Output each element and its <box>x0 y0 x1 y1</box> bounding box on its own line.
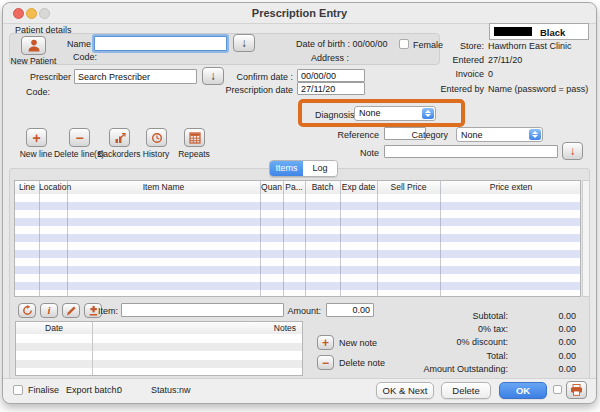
invoice-label: Invoice <box>383 70 484 79</box>
subtotal-value: 0.00 <box>508 311 576 321</box>
address-label: Address : <box>311 54 349 63</box>
patient-person-icon <box>27 39 41 52</box>
edit-pencil-icon <box>66 305 77 316</box>
discount-value: 0.00 <box>508 337 576 347</box>
store-value: Hawthorn East Clinic <box>488 42 572 51</box>
info-button[interactable]: i <box>40 303 58 318</box>
delete-lines-button[interactable]: − <box>69 128 90 147</box>
info-icon: i <box>47 305 50 316</box>
items-table-scrollbar[interactable] <box>582 180 590 297</box>
table-row[interactable] <box>15 234 580 242</box>
dropdown-stepper-icon <box>422 108 434 119</box>
tab-items[interactable]: Items <box>270 161 303 176</box>
edit-button[interactable] <box>62 303 80 318</box>
new-patient-button[interactable] <box>21 36 46 55</box>
note-input[interactable] <box>384 145 558 158</box>
total-row: Total: 0.00 <box>303 349 576 362</box>
amount-outstanding-row: Amount Outstanding: 0.00 <box>303 363 576 376</box>
minus-icon: − <box>75 131 83 145</box>
col-header-price-exten[interactable]: Price exten <box>440 183 581 192</box>
column-divider <box>440 181 441 296</box>
totals-block: Subtotal: 0.00 0% tax: 0.00 0% discount:… <box>303 309 576 376</box>
item-input[interactable] <box>121 303 284 317</box>
repeats-label: Repeats <box>162 150 226 159</box>
entered-by-label: Entered by <box>383 85 484 94</box>
table-row[interactable] <box>15 226 580 234</box>
confirm-date-input[interactable] <box>297 69 365 82</box>
backorders-button[interactable] <box>109 128 130 147</box>
colour-name: Black <box>540 27 565 38</box>
table-row[interactable] <box>15 202 580 210</box>
table-row[interactable] <box>15 218 580 226</box>
total-label: Total: <box>303 351 508 361</box>
col-header-quan[interactable]: Quan <box>260 183 283 192</box>
refresh-button[interactable] <box>18 303 36 318</box>
table-row[interactable] <box>15 210 580 218</box>
tax-value: 0.00 <box>508 324 576 334</box>
table-row[interactable] <box>15 194 580 202</box>
column-divider <box>305 181 306 296</box>
note-label: Note <box>319 149 379 158</box>
col-header-line[interactable]: Line <box>15 183 39 192</box>
ok-and-next-button[interactable]: OK & Next <box>376 382 434 399</box>
col-header-location[interactable]: Location <box>39 183 67 192</box>
table-row[interactable] <box>16 351 302 360</box>
repeats-grid-icon <box>189 132 201 144</box>
col-header-item-name[interactable]: Item Name <box>67 183 260 192</box>
diagnosis-dropdown[interactable]: None <box>354 106 436 121</box>
titlebar: Prescription Entry <box>3 3 596 24</box>
new-line-button[interactable]: + <box>26 128 47 147</box>
ok-button[interactable]: OK <box>499 382 547 399</box>
discount-row: 0% discount: 0.00 <box>303 336 576 349</box>
delete-button[interactable]: Delete <box>441 382 491 399</box>
notes-table[interactable]: Date Notes <box>15 321 303 376</box>
table-row[interactable] <box>16 334 302 343</box>
col-header-batch[interactable]: Batch <box>305 183 340 192</box>
finalise-label: Finalise <box>28 386 59 395</box>
column-divider <box>377 181 378 296</box>
item-label: Item: <box>91 307 118 316</box>
print-button[interactable] <box>566 381 587 399</box>
table-row[interactable] <box>15 290 580 297</box>
repeats-button[interactable] <box>184 128 205 147</box>
table-row[interactable] <box>15 242 580 250</box>
col-header-sell-price[interactable]: Sell Price <box>377 183 440 192</box>
table-row[interactable] <box>15 266 580 274</box>
reference-label: Reference <box>319 131 379 140</box>
items-table[interactable]: Line Location Item Name Quan Pa... Batch… <box>14 180 581 297</box>
category-dropdown[interactable]: None <box>456 127 543 142</box>
patient-name-input[interactable] <box>94 36 227 51</box>
print-checkbox[interactable] <box>553 385 562 394</box>
tax-row: 0% tax: 0.00 <box>303 322 576 335</box>
subtotal-row: Subtotal: 0.00 <box>303 309 576 322</box>
prescriber-code-label: Code: <box>26 88 50 97</box>
refresh-icon <box>22 305 33 316</box>
column-divider <box>340 181 341 296</box>
table-row[interactable] <box>15 258 580 266</box>
table-row[interactable] <box>15 274 580 282</box>
new-patient-label: New Patient <box>5 57 62 66</box>
table-row[interactable] <box>15 250 580 258</box>
total-value: 0.00 <box>508 351 576 361</box>
discount-label: 0% discount: <box>303 337 508 347</box>
history-clock-icon <box>151 132 163 144</box>
col-header-notes[interactable]: Notes <box>92 324 296 333</box>
name-lookup-button[interactable]: ↓ <box>233 34 255 52</box>
history-button[interactable] <box>146 128 167 147</box>
col-header-date[interactable]: Date <box>16 324 92 333</box>
tab-log[interactable]: Log <box>303 161 337 176</box>
col-header-exp-date[interactable]: Exp date <box>340 183 377 192</box>
finalise-checkbox[interactable] <box>13 385 23 395</box>
table-row[interactable] <box>16 360 302 369</box>
table-row[interactable] <box>16 343 302 352</box>
prescription-date-input[interactable] <box>297 82 365 95</box>
prescriber-search-input[interactable] <box>74 69 197 84</box>
invoice-colour-box[interactable]: Black <box>489 23 589 40</box>
table-row[interactable] <box>15 282 580 290</box>
table-row[interactable] <box>16 368 302 376</box>
dob-label: Date of birth : 00/00/00 <box>296 40 388 49</box>
column-divider <box>67 181 68 296</box>
column-divider <box>92 322 93 375</box>
col-header-pack[interactable]: Pa... <box>283 183 305 192</box>
note-expand-button[interactable]: ↓ <box>562 142 583 160</box>
